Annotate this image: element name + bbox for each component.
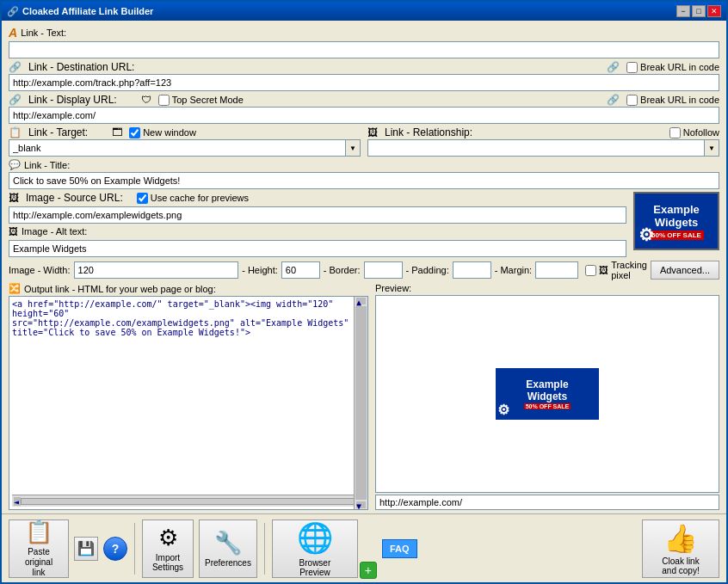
hscroll-track[interactable] <box>21 498 356 505</box>
image-preview-line2: Widgets <box>655 216 698 229</box>
nofollow-label-wrap: Nofollow <box>669 127 719 138</box>
link-text-input[interactable] <box>9 41 719 58</box>
advanced-button[interactable]: Advanced... <box>651 261 719 280</box>
border-input[interactable] <box>364 261 403 279</box>
link-dest-input[interactable] <box>9 74 719 91</box>
padding-input[interactable] <box>453 261 491 279</box>
link-display-input[interactable] <box>9 107 719 124</box>
title-bar-controls: − □ ✕ <box>676 5 721 17</box>
save-small-button[interactable]: 💾 <box>74 537 98 561</box>
preview-image-box: Example Widgets 50% OFF SALE ⚙ <box>375 295 719 493</box>
preview-banner-line2: Widgets <box>527 390 568 403</box>
link-rel-dropdown-btn[interactable]: ▼ <box>704 139 719 157</box>
image-fields: 🖼 Image - Source URL: Use cache for prev… <box>9 192 626 257</box>
output-label: Output link - HTML for your web page or … <box>24 284 216 294</box>
break-url-1-checkbox[interactable] <box>626 62 638 73</box>
output-label-row: 🔀 Output link - HTML for your web page o… <box>9 283 368 294</box>
gear-icon: ⚙ <box>639 224 654 245</box>
main-window: 🔗 Cloaked Affiliate Link Builder − □ ✕ A… <box>0 0 728 584</box>
output-vscroll[interactable]: ▲ ▼ <box>354 297 367 509</box>
scroll-down-btn[interactable]: ▼ <box>356 501 366 508</box>
preview-banner-line1: Example <box>526 378 568 390</box>
output-hscroll[interactable]: ◄ ► <box>12 495 365 507</box>
link-text-label-row: A Link - Text: <box>9 26 719 40</box>
new-window-checkbox[interactable] <box>129 127 140 138</box>
border-label: - Border: <box>324 265 361 275</box>
tracking-pixel-label-wrap: 🖼 Tracking pixel <box>585 260 647 280</box>
link-target-dropdown-btn[interactable]: ▼ <box>345 139 361 157</box>
link-rel-label: Link - Relationship: <box>385 126 472 138</box>
paste-original-button[interactable]: 📋 Paste original link <box>9 519 69 578</box>
image-preview-box: Example Widgets 50% OFF SALE ⚙ <box>633 192 719 250</box>
link-target-select: ▼ <box>9 139 361 157</box>
image-source-input[interactable] <box>9 206 626 224</box>
tracking-pixel-checkbox[interactable] <box>585 265 596 276</box>
width-input[interactable] <box>74 261 239 279</box>
help-button[interactable]: ? <box>103 537 127 561</box>
preview-gear-icon: ⚙ <box>497 402 509 418</box>
preview-label-row: Preview: <box>375 283 719 293</box>
output-section: 🔀 Output link - HTML for your web page o… <box>9 283 368 510</box>
link-target-label-row: 📋 Link - Target: 🗔 New window <box>9 126 361 138</box>
link-title-row: 💬 Link - Title: <box>9 159 719 189</box>
link-target-input[interactable] <box>9 139 345 157</box>
paste-label: Paste original link <box>25 547 52 578</box>
new-window-icon: 🗔 <box>112 126 122 138</box>
maximize-button[interactable]: □ <box>692 5 706 17</box>
thumbs-up-icon: 👍 <box>663 522 698 555</box>
scroll-up-btn[interactable]: ▲ <box>356 298 366 304</box>
image-source-label: Image - Source URL: <box>26 192 123 204</box>
browser-preview-button[interactable]: 🌐 Browser Preview <box>272 519 358 578</box>
hscroll-left[interactable]: ◄ <box>14 497 21 506</box>
link-target-label: Link - Target: <box>28 126 88 138</box>
use-cache-checkbox[interactable] <box>137 193 148 204</box>
link-dest-icon: 🔗 <box>9 61 22 73</box>
cloak-link-button[interactable]: 👍 Cloak link and copy! <box>642 519 719 578</box>
link-title-label-row: 💬 Link - Title: <box>9 159 719 170</box>
minimize-button[interactable]: − <box>676 5 690 17</box>
link-text-row: A Link - Text: <box>9 26 719 58</box>
break-url-2-label: Break URL in code <box>626 95 719 106</box>
preview-section: Preview: Example Widgets 50% OFF SALE ⚙ … <box>375 283 719 510</box>
globe-icon: 🌐 <box>297 520 333 555</box>
browser-preview-plus-btn[interactable]: + <box>360 562 377 579</box>
preview-banner-badge: 50% OFF SALE <box>524 403 571 409</box>
scroll-thumb[interactable] <box>355 306 367 500</box>
preferences-button[interactable]: 🔧 Preferences <box>199 519 257 578</box>
import-icon: ⚙ <box>158 525 178 551</box>
link-title-input[interactable] <box>9 172 719 189</box>
top-secret-label-wrap: Top Secret Mode <box>158 95 244 106</box>
top-secret-checkbox[interactable] <box>158 95 170 106</box>
link-rel-input[interactable] <box>367 139 704 157</box>
nofollow-checkbox[interactable] <box>669 127 681 138</box>
image-alt-icon: 🖼 <box>9 226 18 237</box>
app-icon: 🔗 <box>7 6 19 17</box>
width-label: Image - Width: <box>9 265 71 275</box>
link-text-label: Link - Text: <box>21 28 66 38</box>
image-alt-label: Image - Alt text: <box>22 226 87 237</box>
break-url-2-checkbox[interactable] <box>626 95 638 106</box>
html-output-textarea[interactable]: <a href="http://example.com/" target="_b… <box>12 299 365 495</box>
title-bar: 🔗 Cloaked Affiliate Link Builder − □ ✕ <box>2 2 726 21</box>
link-title-label: Link - Title: <box>24 160 70 170</box>
link-target-icon: 📋 <box>9 126 22 138</box>
divider-2 <box>264 523 265 575</box>
link-rel-icon: 🖼 <box>367 126 378 138</box>
link-display-row: 🔗 Link - Display URL: 🛡 Top Secret Mode … <box>9 94 719 124</box>
height-input[interactable] <box>281 261 320 279</box>
break-url-1-label: Break URL in code <box>626 62 719 73</box>
import-settings-button[interactable]: ⚙ Import Settings <box>142 519 194 578</box>
title-bar-left: 🔗 Cloaked Affiliate Link Builder <box>7 6 153 17</box>
bottom-bar: 📋 Paste original link 💾 ? ⚙ Import Setti… <box>2 513 726 582</box>
margin-input[interactable] <box>535 261 578 279</box>
image-preview-line1: Example <box>653 203 699 216</box>
main-content: A Link - Text: 🔗 Link - Destination URL:… <box>2 21 726 513</box>
link-dest-chain-icon: 🔗 <box>607 61 620 73</box>
image-alt-input[interactable] <box>9 240 626 257</box>
import-label: Import Settings <box>152 553 183 572</box>
output-icon: 🔀 <box>9 283 21 294</box>
link-rel-select: ▼ <box>367 139 719 157</box>
preferences-icon: 🔧 <box>214 530 242 556</box>
close-button[interactable]: ✕ <box>707 5 721 17</box>
faq-button[interactable]: FAQ <box>382 539 417 558</box>
